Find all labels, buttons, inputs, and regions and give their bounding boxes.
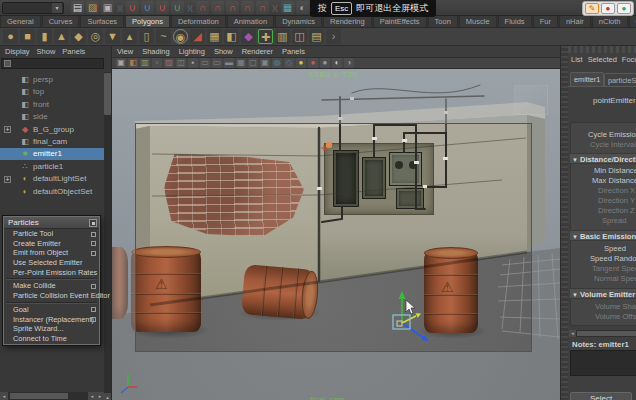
menu-item-particle-tool[interactable]: Particle Tool [4,229,99,239]
move-manipulator[interactable] [393,291,429,342]
menu-item-particle-collision-event-editor[interactable]: Particle Collision Event Editor [4,291,99,301]
menu-item-goal[interactable]: Goal [4,305,99,315]
tab-emitter1[interactable]: emitter1 [570,72,604,86]
option-box-icon[interactable] [91,284,96,289]
option-box-icon[interactable] [91,307,96,312]
bevel-icon[interactable]: ◫ [292,29,307,44]
outliner-search-input[interactable] [13,59,103,68]
scroll-up-button[interactable]: ▴ [104,393,111,400]
outliner-vertical-scrollbar[interactable]: ▴ ▾ [104,72,111,400]
menu-item-per-point-emission-rates[interactable]: Per-Point Emission Rates [4,268,99,278]
poly-soccer-ball-icon[interactable]: ◉ [173,29,188,44]
safe-title-icon[interactable]: ▣ [260,58,270,68]
shelf-tab-nhair[interactable]: nHair [559,16,591,27]
close-icon[interactable] [89,219,97,227]
scroll-left-button[interactable]: ◂ [0,392,8,400]
multi-cut-tool-icon[interactable]: ✚ [258,29,273,44]
viewport-menu-shading[interactable]: Shading [142,47,170,56]
shelf-overflow-arrow-icon[interactable]: › [326,29,341,44]
outliner-item-top[interactable]: ◧top [0,86,104,98]
attribute-editor-menu-selected[interactable]: Selected [588,55,617,64]
section-header-volume-emitter-attributes[interactable]: ▼Volume Emitter Attributes [570,288,636,299]
field-chart-icon[interactable]: ▦ [236,58,246,68]
option-box-icon[interactable] [91,317,96,322]
shaded-mode-icon[interactable]: ● [296,58,306,68]
viewport-menu-lighting[interactable]: Lighting [179,47,205,56]
shelf-tab-animation[interactable]: Animation [227,16,274,27]
mirror-geometry-icon[interactable]: ◧ [224,29,239,44]
shelf-tab-painteffects[interactable]: PaintEffects [373,16,427,27]
menu-item-create-emitter[interactable]: Create Emitter [4,239,99,249]
poly-prism-icon[interactable]: ▼ [105,29,120,44]
menu-item-instancer-replacement[interactable]: Instancer (Replacement) [4,315,99,325]
outliner-horizontal-scrollbar[interactable]: ◂ ◂ ▸ [0,392,104,400]
record-green-button[interactable]: ● [617,3,631,14]
outliner-item-emitter1[interactable]: ∗emitter1 [0,148,104,160]
tab-particleshape1[interactable]: particleShape1 [604,73,636,86]
2d-pan-zoom-icon[interactable]: ◫ [176,58,186,68]
menu-item-sprite-wizard[interactable]: Sprite Wizard... [4,324,99,334]
outliner-item-side[interactable]: ◧side [0,111,104,123]
outliner-menu-display[interactable]: Display [5,47,30,56]
snap-magnet-icon[interactable]: ∩ [211,1,224,14]
use-all-lights-icon[interactable]: ● [320,58,330,68]
select-camera-icon[interactable]: ▣ [116,58,126,68]
gate-mask-icon[interactable]: ▬ [224,58,234,68]
bookmarks-icon[interactable]: ▫ [152,58,162,68]
camera-attributes-icon[interactable]: ▥ [140,58,150,68]
viewport-menu-show[interactable]: Show [214,47,233,56]
viewport-canvas[interactable]: ⚠ ⚠ 1280 x 720 final_c [112,69,560,400]
shelf-tab-surfaces[interactable]: Surfaces [80,16,124,27]
textured-mode-icon[interactable]: ● [308,58,318,68]
output-connections-icon[interactable]: ∩ [241,1,254,14]
shelf-tab-general[interactable]: General [0,16,41,27]
menu-item-connect-to-time[interactable]: Connect to Time [4,334,99,344]
shelf-tab-dynamics[interactable]: Dynamics [275,16,322,27]
safe-action-icon[interactable]: ▢ [248,58,258,68]
option-box-icon[interactable] [91,251,96,256]
section-header-basic-emission-speed-attributes[interactable]: ▼Basic Emission Speed Attributes [570,230,636,241]
outliner-item-particle1[interactable]: ∴particle1 [0,161,104,173]
scroll-left-button[interactable]: ◂ [569,330,576,337]
sculpt-geometry-icon[interactable]: ▦ [207,29,222,44]
xray-icon[interactable]: ◑ [344,58,354,68]
snap-to-point-icon[interactable]: ∪ [156,1,169,14]
new-scene-icon[interactable]: ▤ [71,1,84,14]
poly-helix-icon[interactable]: ~ [156,29,171,44]
menu-item-make-collide[interactable]: Make Collide [4,281,99,291]
viewport-menu-view[interactable]: View [117,47,133,56]
shelf-tab-ncloth[interactable]: nCloth [592,16,628,27]
panel-separator[interactable] [560,46,568,400]
menu-set-dropdown[interactable]: ▾ [2,2,64,14]
poly-cylinder-icon[interactable]: ▮ [37,29,52,44]
outliner-item-b-g-group[interactable]: +◆B_G_group [0,124,104,136]
scroll-right-button[interactable]: ▸ [96,392,104,400]
outliner-item-defaultlightset[interactable]: +◐defaultLightSet [0,173,104,185]
film-gate-icon[interactable]: ▭ [200,58,210,68]
subdiv-proxy-icon[interactable]: ◆ [241,29,256,44]
menu-item-use-selected-emitter[interactable]: Use Selected Emitter [4,258,99,268]
poly-cone-icon[interactable]: ▲ [54,29,69,44]
particles-menu-title[interactable]: Particles [4,217,99,229]
attribute-horizontal-scrollbar[interactable]: ◂ [569,330,636,337]
poly-pipe-icon[interactable]: ▯ [139,29,154,44]
outliner-menu-panels[interactable]: Panels [62,47,85,56]
expand-toggle-icon[interactable]: + [4,126,11,133]
scrollbar-thumb[interactable] [10,393,68,399]
select-button[interactable]: Select [570,392,632,400]
image-plane-icon[interactable]: ▨ [164,58,174,68]
notes-text-area[interactable] [570,350,636,376]
menu-item-emit-from-object[interactable]: Emit from Object [4,248,99,258]
shelf-tab-deformation[interactable]: Deformation [171,16,226,27]
outliner-item-final-cam[interactable]: ◧final_cam [0,136,104,148]
outliner-menu-show[interactable]: Show [37,47,56,56]
open-scene-icon[interactable]: ▨ [86,1,99,14]
record-red-button[interactable]: ● [601,3,615,14]
shelf-tab-muscle[interactable]: Muscle [459,16,497,27]
render-current-frame-icon[interactable]: ◐ [296,1,309,14]
viewport-menu-panels[interactable]: Panels [282,47,305,56]
scroll-left-button[interactable]: ◂ [88,392,96,400]
insert-edge-loop-icon[interactable]: ▥ [275,29,290,44]
attribute-editor-menu-list[interactable]: List [571,55,583,64]
scrollbar-thumb[interactable] [104,73,111,115]
